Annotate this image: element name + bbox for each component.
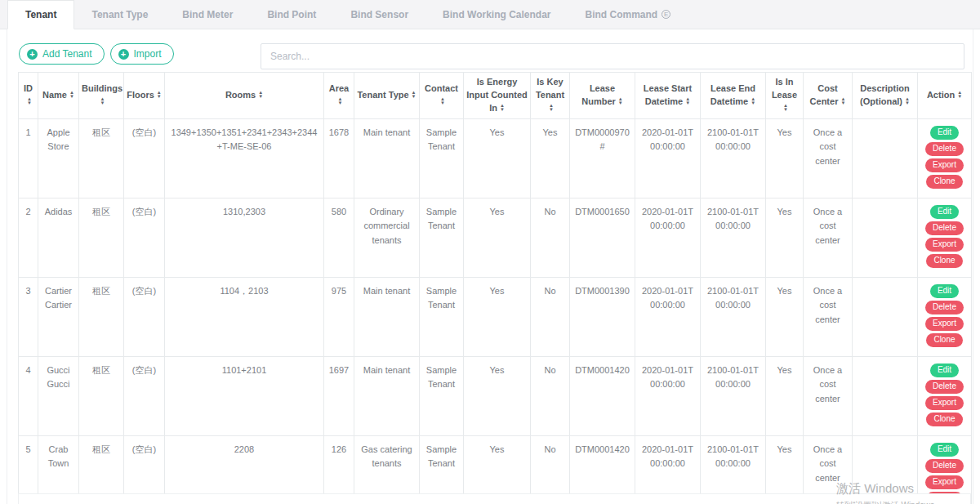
clone-button[interactable]: Clone xyxy=(926,413,962,426)
cell-key-tenant: No xyxy=(531,356,570,435)
delete-button[interactable]: Delete xyxy=(925,459,964,473)
table-row: 1Apple Store租区(空白)1349+1350+1351+2341+23… xyxy=(19,118,972,198)
cell-floors: (空白) xyxy=(124,118,165,198)
tab-tenant[interactable]: Tenant xyxy=(7,0,74,29)
cell-action: EditDeleteExportClone xyxy=(918,118,972,198)
watermark-line2: 转到“设置”以激活 Windows。 xyxy=(836,500,942,504)
delete-button[interactable]: Delete xyxy=(925,221,964,235)
delete-button[interactable]: Delete xyxy=(925,301,964,314)
column-label: Lease Number xyxy=(581,83,616,106)
column-header-is-key-tenant[interactable]: Is Key Tenant▲▼ xyxy=(531,73,570,119)
column-header-name[interactable]: Name▲▼ xyxy=(38,73,79,119)
sort-icon: ▲▼ xyxy=(412,91,416,99)
column-label: Buildings xyxy=(82,83,122,93)
column-label: Name xyxy=(42,90,67,100)
column-header-floors[interactable]: Floors▲▼ xyxy=(124,73,165,119)
column-label: Lease Start Datetime xyxy=(644,83,692,106)
sort-icon: ▲▼ xyxy=(338,97,343,105)
sort-icon: ▲▼ xyxy=(783,104,788,112)
column-header-contact[interactable]: Contact▲▼ xyxy=(420,73,464,119)
clone-button[interactable]: Clone xyxy=(926,333,962,347)
column-header-is-energy-input-counted-in[interactable]: Is Energy Input Counted In▲▼ xyxy=(464,73,531,119)
clone-button[interactable]: Clone xyxy=(926,254,962,268)
cell-lease-end: 2100-01-01T00:00:00 xyxy=(701,356,766,435)
export-button[interactable]: Export xyxy=(925,158,964,172)
cell-rooms: 1101+2101 xyxy=(165,356,324,435)
cell-floors: (空白) xyxy=(124,277,165,356)
edit-button[interactable]: Edit xyxy=(930,205,959,219)
column-header-lease-number[interactable]: Lease Number▲▼ xyxy=(570,73,635,119)
table-row: 4Gucci Gucci租区(空白)1101+21011697Main tena… xyxy=(19,356,972,435)
sort-icon: ▲▼ xyxy=(258,91,263,99)
add-tenant-button[interactable]: + Add Tenant xyxy=(19,43,105,65)
edit-button[interactable]: Edit xyxy=(930,443,959,457)
cell-key-tenant: Yes xyxy=(531,118,570,198)
tab-bind-meter[interactable]: Bind Meter xyxy=(165,0,250,29)
plus-circle-icon: + xyxy=(118,49,129,60)
tenant-table: ID▲▼Name▲▼Buildings▲▼Floors▲▼Rooms▲▼Area… xyxy=(18,72,972,504)
column-header-description-optional[interactable]: Description (Optional)▲▼ xyxy=(853,73,918,119)
edit-button[interactable]: Edit xyxy=(930,284,959,298)
export-button[interactable]: Export xyxy=(925,238,964,252)
cell-lease-end: 2100-01-01T00:00:00 xyxy=(701,118,766,198)
import-button[interactable]: + Import xyxy=(110,43,174,65)
tab-bind-point[interactable]: Bind Point xyxy=(250,0,333,29)
column-header-lease-end-datetime[interactable]: Lease End Datetime▲▼ xyxy=(701,73,766,119)
cell-tenant-type: Main tenant xyxy=(354,277,420,356)
tab-label: Tenant Type xyxy=(91,9,148,20)
sort-icon: ▲▼ xyxy=(440,97,445,105)
sort-icon: ▲▼ xyxy=(27,97,32,105)
search-input[interactable] xyxy=(261,43,964,69)
sort-icon: ▲▼ xyxy=(618,97,623,105)
column-header-area[interactable]: Area▲▼ xyxy=(324,73,354,119)
column-header-id[interactable]: ID▲▼ xyxy=(19,73,38,119)
column-label: Action xyxy=(927,90,955,100)
tab-bind-working-calendar[interactable]: Bind Working Calendar xyxy=(425,0,568,29)
column-label: Tenant Type xyxy=(357,90,408,100)
sort-icon: ▲▼ xyxy=(157,91,162,99)
cell-in-lease: Yes xyxy=(766,277,804,356)
tab-label: Bind Command xyxy=(586,9,658,20)
windows-activation-watermark: 激活 Windows 转到“设置”以激活 Windows。 xyxy=(836,481,942,504)
tab-bind-command[interactable]: Bind CommandE xyxy=(568,0,688,29)
cell-lease-start: 2020-01-01T00:00:00 xyxy=(635,277,701,356)
column-label: Area xyxy=(329,83,349,93)
cell-energy-counted: Yes xyxy=(464,277,531,356)
cell-name: Apple Store xyxy=(38,118,79,198)
tab-tenant-type[interactable]: Tenant Type xyxy=(74,0,165,29)
cell-id: 4 xyxy=(19,356,38,435)
column-header-is-in-lease[interactable]: Is In Lease▲▼ xyxy=(766,73,804,119)
cell-buildings: 租区 xyxy=(79,356,124,435)
column-label: ID xyxy=(24,83,33,93)
cell-description xyxy=(853,356,918,435)
column-label: Contact xyxy=(425,83,458,93)
tab-label: Bind Working Calendar xyxy=(443,9,550,20)
export-button[interactable]: Export xyxy=(925,396,964,410)
cell-action: EditDeleteExportClone xyxy=(918,277,972,356)
cell-energy-counted: Yes xyxy=(464,198,531,277)
table-header-row: ID▲▼Name▲▼Buildings▲▼Floors▲▼Rooms▲▼Area… xyxy=(19,73,972,119)
delete-button[interactable]: Delete xyxy=(925,380,964,394)
column-header-action[interactable]: Action▲▼ xyxy=(918,73,972,119)
tab-bind-sensor[interactable]: Bind Sensor xyxy=(333,0,425,29)
column-header-lease-start-datetime[interactable]: Lease Start Datetime▲▼ xyxy=(635,73,701,119)
column-header-tenant-type[interactable]: Tenant Type▲▼ xyxy=(354,73,420,119)
sort-icon: ▲▼ xyxy=(905,97,910,105)
column-header-cost-center[interactable]: Cost Center▲▼ xyxy=(804,73,853,119)
clone-button[interactable]: Clone xyxy=(926,175,962,189)
cell-action: EditDeleteExportClone xyxy=(918,198,972,277)
tab-label: Bind Meter xyxy=(182,9,233,20)
column-header-rooms[interactable]: Rooms▲▼ xyxy=(165,73,324,119)
column-header-buildings[interactable]: Buildings▲▼ xyxy=(79,73,124,119)
cell-energy-counted: Yes xyxy=(464,118,531,198)
cell-lease-number: DTM0001390 xyxy=(570,277,635,356)
delete-button[interactable]: Delete xyxy=(925,142,964,156)
cell-area: 975 xyxy=(324,277,354,356)
export-button[interactable]: Export xyxy=(925,317,964,331)
edit-button[interactable]: Edit xyxy=(930,364,959,377)
edit-button[interactable]: Edit xyxy=(930,126,959,140)
sort-icon: ▲▼ xyxy=(685,97,690,105)
column-label: Is In Lease xyxy=(772,77,797,100)
import-label: Import xyxy=(134,48,162,60)
watermark-line1: 激活 Windows xyxy=(836,481,942,497)
